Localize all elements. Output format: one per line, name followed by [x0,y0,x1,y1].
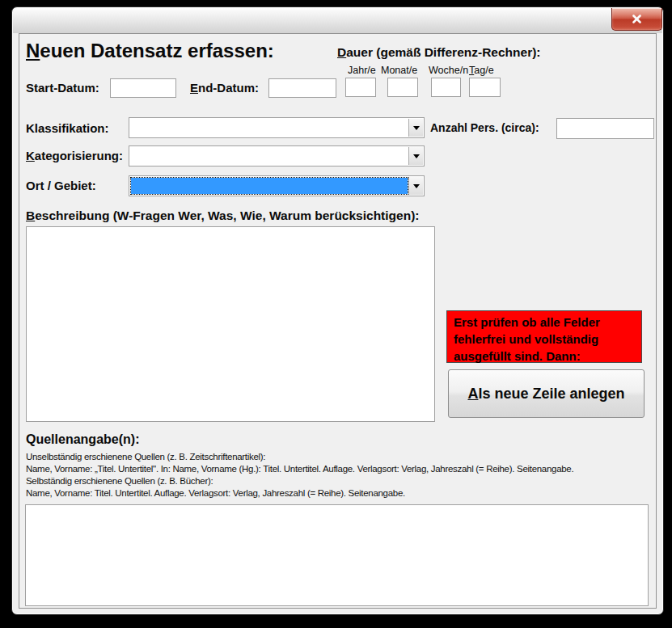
chevron-down-icon [413,126,420,130]
start-date-label: Start-Datum: [26,81,99,95]
form-title: Neuen Datensatz erfassen: [26,40,274,62]
duration-days-input[interactable] [469,78,501,97]
duration-heading: Dauer (gemäß Differenz-Rechner): [337,45,541,60]
submit-button[interactable]: Als neue Zeile anlegen [448,369,645,418]
person-count-input[interactable] [556,118,654,139]
classification-label: Klassifikation: [26,121,109,135]
person-count-label: Anzahl Pers. (circa): [430,121,539,134]
form-client-area: Neuen Datensatz erfassen: Dauer (gemäß D… [19,33,657,609]
duration-label-days: Tag/e [469,65,494,76]
chevron-down-icon [413,154,420,158]
sources-textarea[interactable] [25,504,649,606]
sources-hint-line: Unselbständig erschienene Quellen (z. B.… [26,451,265,463]
end-date-label: End-Datum: [190,81,259,95]
description-textarea[interactable] [26,226,435,422]
chevron-down-icon [413,184,420,188]
duration-weeks-input[interactable] [431,78,461,97]
location-combobox[interactable] [129,175,425,196]
sources-hint-line: Selbständig erschienene Quellen (z. B. B… [26,475,213,487]
category-label: Kategorisierung: [26,149,123,162]
category-combobox[interactable] [129,145,425,166]
dialog-window: Neuen Datensatz erfassen: Dauer (gemäß D… [11,6,664,615]
classification-dropdown-button[interactable] [408,119,423,137]
duration-label-weeks: Woche/n [429,65,468,76]
title-bar[interactable] [13,8,662,33]
location-selection-highlight [131,178,408,194]
location-label: Ort / Gebiet: [26,179,96,192]
duration-label-years: Jahr/e [348,65,376,76]
sources-heading: Quellenangabe(n): [26,432,139,447]
classification-combobox[interactable] [129,117,425,138]
duration-months-input[interactable] [387,78,418,97]
start-date-input[interactable] [110,78,176,98]
close-button[interactable] [611,8,662,31]
category-dropdown-button[interactable] [408,147,423,165]
duration-label-months: Monat/e [381,65,417,76]
duration-years-input[interactable] [345,78,376,97]
location-dropdown-button[interactable] [408,177,423,195]
sources-hint-line: Name, Vorname: „Titel. Untertitel". In: … [26,463,573,475]
description-label: Beschreibung (W-Fragen Wer, Was, Wie, Wa… [26,209,419,223]
end-date-input[interactable] [268,78,336,98]
validation-warning: Erst prüfen ob alle Felder fehlerfrei un… [446,310,642,363]
close-icon [632,15,642,23]
sources-hint-line: Name, Vorname: Titel. Untertitel. Auflag… [26,487,405,499]
